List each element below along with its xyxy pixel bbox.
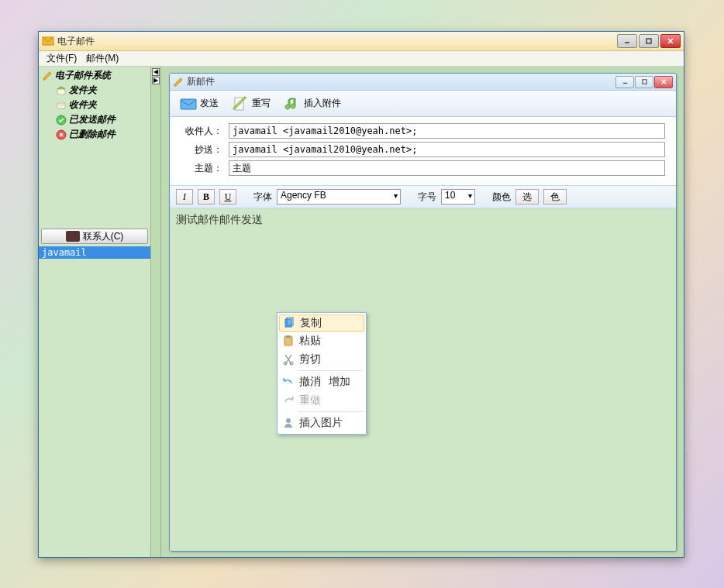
subject-label: 主题：: [181, 162, 229, 175]
avatar-icon: [66, 231, 80, 242]
compose-toolbar: 发送 重写 插入附件: [170, 91, 676, 117]
italic-button[interactable]: I: [176, 189, 193, 205]
compose-titlebar[interactable]: 新邮件: [170, 74, 676, 91]
sidebar: 电子邮件系统 发件夹 收件夹 已发送邮件 已删除邮件: [39, 67, 151, 557]
contacts-header-label: 联系人(C): [83, 230, 124, 243]
expand-right-icon[interactable]: ▶: [152, 77, 160, 84]
cc-input[interactable]: [229, 142, 665, 157]
tree-sent[interactable]: 已发送邮件: [42, 112, 147, 127]
subject-input[interactable]: [229, 160, 665, 176]
compose-minimize-button[interactable]: [615, 76, 634, 88]
contacts-list: javamail: [39, 246, 150, 259]
font-label: 字体: [253, 191, 272, 204]
main-titlebar[interactable]: 电子邮件: [39, 32, 684, 51]
ctx-cut[interactable]: 剪切: [279, 350, 364, 369]
mail-icon: [42, 35, 54, 47]
pencil-paper-icon: [231, 96, 250, 112]
color-label: 颜色: [492, 191, 511, 204]
music-note-icon: [283, 96, 302, 112]
header-fields: 收件人： 抄送： 主题：: [170, 117, 676, 182]
context-menu: 复制 粘贴 剪切 撤消: [277, 312, 367, 435]
body-text: 测试邮件邮件发送: [176, 213, 263, 225]
main-window-title: 电子邮件: [57, 35, 617, 48]
compose-window: 新邮件 发送 重写: [169, 73, 677, 552]
svg-rect-2: [646, 39, 651, 43]
splitter[interactable]: ◀ ▶: [151, 67, 160, 557]
tree-root[interactable]: 电子邮件系统: [42, 68, 147, 83]
envelope-icon: [56, 100, 67, 111]
compose-maximize-button[interactable]: [635, 76, 653, 88]
compose-close-button[interactable]: [654, 76, 673, 88]
person-icon: [282, 417, 295, 429]
to-input[interactable]: [229, 123, 665, 139]
envelope-open-icon: [56, 85, 67, 96]
svg-rect-12: [181, 99, 196, 109]
menu-file[interactable]: 文件(F): [42, 50, 81, 67]
svg-point-20: [286, 418, 291, 423]
folder-tree: 电子邮件系统 发件夹 收件夹 已发送邮件 已删除邮件: [39, 67, 150, 143]
check-circle-icon: [56, 115, 67, 126]
color-button[interactable]: 色: [543, 189, 567, 205]
tree-inbox[interactable]: 收件夹: [42, 98, 147, 112]
undo-icon: [282, 376, 295, 388]
main-window: 电子邮件 文件(F) 邮件(M) 电子邮件系统 发件夹: [38, 31, 684, 558]
main-maximize-button[interactable]: [639, 34, 659, 48]
ctx-insert-image[interactable]: 插入图片: [279, 414, 364, 432]
attach-button[interactable]: 插入附件: [278, 93, 346, 115]
pencil-icon: [42, 70, 53, 81]
cc-label: 抄送：: [181, 143, 229, 156]
size-label: 字号: [418, 191, 436, 204]
underline-button[interactable]: U: [219, 189, 236, 205]
compose-icon: [173, 77, 184, 88]
bold-button[interactable]: B: [198, 189, 215, 205]
font-select[interactable]: Agency FB: [277, 189, 401, 205]
tree-outbox[interactable]: 发件夹: [42, 83, 147, 98]
ctx-undo[interactable]: 撤消 增加: [279, 373, 364, 391]
select-button[interactable]: 选: [515, 189, 539, 205]
rewrite-button[interactable]: 重写: [226, 93, 275, 115]
contact-item[interactable]: javamail: [39, 246, 150, 259]
svg-rect-17: [286, 335, 291, 338]
send-envelope-icon: [179, 96, 198, 112]
to-label: 收件人：: [181, 125, 229, 138]
menubar: 文件(F) 邮件(M): [39, 51, 684, 67]
collapse-left-icon[interactable]: ◀: [152, 68, 160, 76]
mdi-area: 新邮件 发送 重写: [160, 67, 684, 557]
ctx-redo: 重做: [279, 391, 364, 410]
x-circle-icon: [56, 129, 67, 140]
svg-rect-9: [642, 80, 646, 84]
main-close-button[interactable]: [660, 34, 681, 48]
ctx-paste[interactable]: 粘贴: [279, 332, 364, 350]
ctx-copy[interactable]: 复制: [279, 315, 364, 332]
redo-icon: [282, 394, 295, 407]
main-minimize-button[interactable]: [617, 34, 637, 48]
paste-icon: [282, 335, 295, 347]
compose-title: 新邮件: [187, 75, 615, 88]
tree-deleted[interactable]: 已删除邮件: [42, 127, 147, 142]
contacts-toggle[interactable]: 联系人(C): [41, 229, 148, 244]
size-select[interactable]: 10: [441, 189, 475, 205]
main-body: 电子邮件系统 发件夹 收件夹 已发送邮件 已删除邮件: [39, 67, 684, 557]
copy-icon: [283, 317, 295, 329]
cut-icon: [282, 353, 295, 366]
send-button[interactable]: 发送: [174, 93, 223, 115]
menu-mail[interactable]: 邮件(M): [81, 50, 123, 67]
message-body[interactable]: 测试邮件邮件发送 复制 粘贴 剪切: [170, 208, 676, 551]
format-bar: I B U 字体 Agency FB 字号 10 颜色 选 色: [170, 185, 676, 208]
